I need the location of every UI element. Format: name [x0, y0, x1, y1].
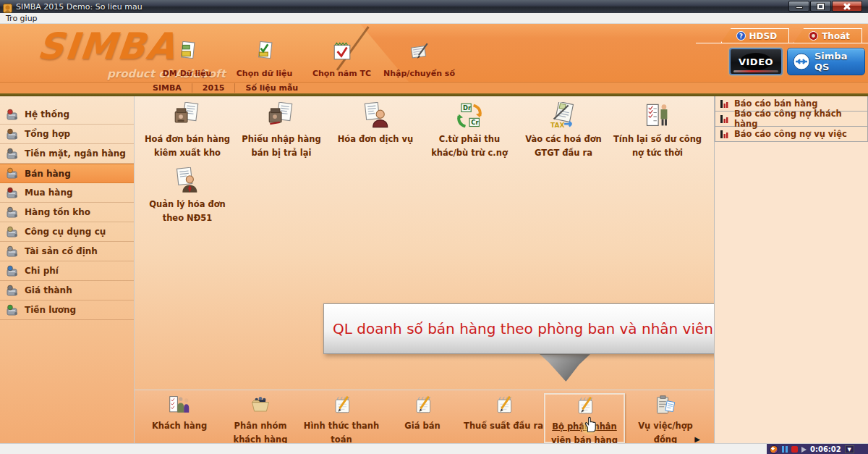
main-area: Hệ thống Tổng hợp Tiền mặt, ngân hàng Bá…	[0, 96, 868, 443]
sidebar-item[interactable]: Hệ thống	[0, 105, 134, 125]
header-tabs: ? HDSD Thoát	[717, 28, 862, 43]
header-tab-label: Thoát	[822, 31, 850, 41]
sidebar-item-label: Giá thành	[25, 285, 72, 295]
window-titlebar: SIMBA 2015 Demo: So lieu mau	[0, 0, 868, 13]
header-tab[interactable]: ? HDSD	[721, 28, 790, 43]
content-panel: Hoá đơn bán hàng kiêm xuất kho Phiếu nhậ…	[135, 96, 715, 443]
close-button[interactable]	[832, 1, 862, 12]
master-data-item[interactable]: Phân nhóm khách hàng	[220, 393, 301, 443]
sidebar-item[interactable]: Mua hàng	[0, 183, 134, 203]
sidebar-item[interactable]: Tiền mặt, ngân hàng	[0, 144, 134, 164]
sidebar-item[interactable]: Tổng hợp	[0, 125, 134, 144]
master-data-band: Khách hàng Phân nhóm khách hàng Hình thứ…	[135, 390, 715, 443]
menu-item-help[interactable]: Tro giup	[0, 14, 43, 23]
master-data-item[interactable]: Khách hàng	[139, 393, 220, 443]
bottom-statusbar: 0:06:02 ▼	[0, 443, 868, 454]
header-tab[interactable]: Thoát	[793, 28, 862, 43]
toolbar-button[interactable]: DM Dữ liệu	[148, 41, 226, 82]
minimize-button[interactable]	[788, 1, 809, 12]
master-data-item[interactable]: Thuế suất đầu ra	[463, 393, 544, 443]
maximize-button[interactable]	[810, 1, 831, 12]
function-item-label: Phiếu nhập hàng bán bị trả lại	[242, 134, 320, 158]
sidebar-item[interactable]: Tiền lương	[0, 300, 134, 320]
expenses-icon	[6, 265, 20, 277]
simba-app-window: SIMBA 2015 Demo: So lieu mau Tro giup SI…	[0, 0, 868, 454]
master-data-item-label: Khách hàng	[152, 421, 207, 431]
report-link-label: Báo cáo bán hàng	[734, 98, 817, 109]
report-chart-icon	[720, 130, 729, 139]
sidebar-item[interactable]: Bán hàng	[0, 164, 134, 183]
video-button-label: VIDEO	[739, 56, 773, 67]
report-link-label: Báo cáo công nợ vụ việc	[734, 129, 847, 139]
module-sidebar: Hệ thống Tổng hợp Tiền mặt, ngân hàng Bá…	[0, 96, 135, 443]
toolbar-button[interactable]: Chọn năm TC	[303, 41, 380, 82]
toolbar-button[interactable]: Chọn dữ liệu	[226, 41, 303, 82]
purchases-icon	[6, 187, 20, 199]
recording-time: 0:06:02	[810, 445, 841, 453]
sidebar-item[interactable]: Tài sản cố định	[0, 242, 134, 261]
toolbar-button[interactable]: Nhập/chuyển số dư	[380, 41, 458, 82]
recorder-dropdown-icon[interactable]: ▼	[845, 445, 854, 453]
sidebar-item-label: Chi phí	[25, 266, 59, 276]
breadcrumb-item[interactable]: 2015	[192, 83, 236, 93]
inventory-icon	[6, 206, 20, 219]
toolbar-button-label: Nhập/chuyển số dư	[383, 69, 455, 82]
system-icon	[6, 109, 20, 121]
customer-group-icon	[220, 395, 301, 418]
sidebar-item[interactable]: Hàng tồn kho	[0, 203, 134, 222]
function-item[interactable]: DrCr C.từ phải thu khác/bù trừ c.nợ	[425, 102, 514, 159]
sidebar-item-label: Mua hàng	[25, 188, 73, 198]
costing-icon	[6, 285, 20, 297]
function-item[interactable]: Hóa đơn dịch vụ	[331, 102, 420, 159]
service-invoice-icon	[331, 102, 420, 131]
transfer-balance-icon	[380, 41, 458, 63]
master-data-item[interactable]: Bộ phận/nhân viên bán hàng	[544, 393, 625, 443]
master-data-item-label: Hình thức thanh toán	[304, 421, 379, 443]
master-data-item-label: Bộ phận/nhân viên bán hàng	[551, 421, 618, 443]
select-data-icon	[226, 41, 303, 63]
header-tab-label: HDSD	[749, 31, 778, 41]
function-grid: Hoá đơn bán hàng kiêm xuất kho Phiếu nhậ…	[135, 96, 714, 231]
more-arrow-icon[interactable]: ▶	[694, 435, 700, 443]
report-link[interactable]: Báo cáo công nợ khách hàng	[715, 112, 868, 127]
sidebar-item[interactable]: Chi phí	[0, 261, 134, 281]
sidebar-item-label: Hàng tồn kho	[25, 207, 90, 217]
sales-icon	[6, 167, 20, 180]
function-item[interactable]: Quản lý hóa đơn theo NĐ51	[142, 167, 232, 224]
master-data-item[interactable]: Vụ việc/hợp đồng ▶	[625, 393, 706, 443]
sidebar-item-label: Hệ thống	[25, 109, 69, 119]
function-item[interactable]: TAX Vào các hoá đơn GTGT đầu ra	[519, 102, 608, 159]
tools-icon	[6, 226, 20, 238]
dm-data-icon	[148, 41, 226, 63]
function-item[interactable]: Tính lại số dư công nợ tức thời	[613, 102, 702, 159]
simba-qs-label: Simba QS	[814, 51, 864, 72]
function-item[interactable]: Phiếu nhập hàng bán bị trả lại	[237, 102, 326, 159]
sidebar-item[interactable]: Giá thành	[0, 281, 134, 300]
toolbar-button-label: DM Dữ liệu	[163, 69, 212, 78]
master-data-item[interactable]: Hình thức thanh toán	[301, 393, 382, 443]
master-data-item-label: Thuế suất đầu ra	[464, 421, 543, 431]
function-item-label: Vào các hoá đơn GTGT đầu ra	[525, 134, 602, 158]
svg-text:?: ?	[739, 33, 743, 40]
sidebar-item-label: Tài sản cố định	[25, 246, 98, 256]
record-icon[interactable]	[791, 446, 798, 453]
sidebar-item[interactable]: Công cụ dụng cụ	[0, 222, 134, 242]
returns-icon	[237, 102, 326, 131]
video-button[interactable]: VIDEO	[729, 48, 783, 75]
sidebar-item-label: Tổng hợp	[25, 129, 70, 139]
reports-panel: Báo cáo bán hàng Báo cáo công nợ khách h…	[715, 96, 868, 443]
tax-output-icon: TAX	[519, 102, 608, 131]
app-header: SIMBA product of AsiaSoft DM Dữ liệu Chọ…	[0, 24, 868, 82]
callout-arrow	[540, 354, 590, 382]
pause-icon[interactable]	[782, 446, 788, 453]
debit-credit-icon: DrCr	[425, 102, 514, 131]
simba-qs-button[interactable]: Simba QS	[787, 48, 865, 75]
teamviewer-icon	[793, 53, 810, 70]
breadcrumb-item[interactable]: Số liệu mẫu	[235, 83, 308, 93]
function-item[interactable]: Hoá đơn bán hàng kiêm xuất kho	[142, 102, 232, 159]
project-contract-icon	[625, 395, 706, 418]
master-data-item[interactable]: Giá bán	[382, 393, 463, 443]
sidebar-item-label: Tiền mặt, ngân hàng	[25, 148, 126, 159]
report-link[interactable]: Báo cáo công nợ vụ việc	[715, 127, 868, 142]
breadcrumb-item[interactable]: SIMBA	[142, 83, 192, 93]
